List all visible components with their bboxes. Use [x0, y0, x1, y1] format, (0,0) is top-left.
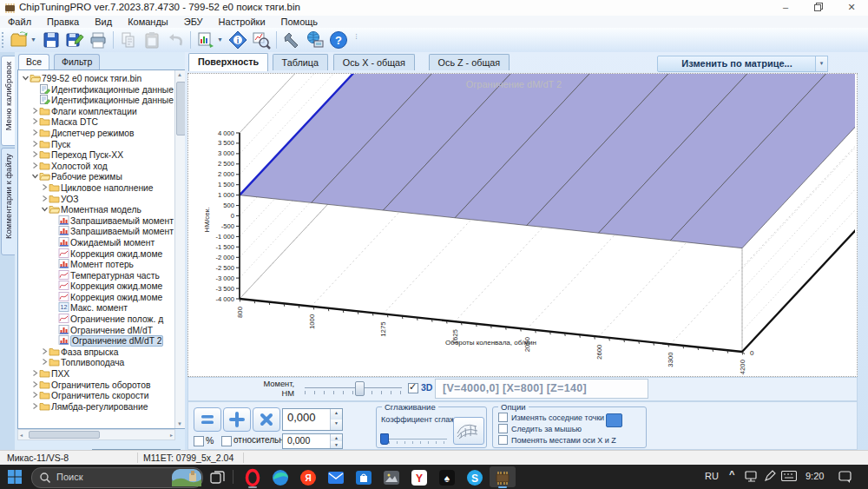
- view-tab-4[interactable]: Ось Z - общая: [429, 54, 510, 70]
- network-icon[interactable]: [745, 471, 764, 489]
- option-edit-neighbors[interactable]: Изменять соседние точки: [498, 413, 604, 422]
- add-value-button[interactable]: [223, 407, 251, 432]
- scroll-down-arrow[interactable]: ▼: [177, 421, 182, 426]
- tree-item[interactable]: Идентификационные данные: [22, 84, 186, 96]
- minimize-button[interactable]: –: [769, 0, 802, 16]
- tree-item[interactable]: Ограничение полож. д: [22, 314, 186, 325]
- tree-item[interactable]: Коррекция ожид.моме: [22, 248, 186, 260]
- restore-button[interactable]: [802, 0, 835, 16]
- checkbox-relative[interactable]: [221, 436, 232, 446]
- toolbar-info-button[interactable]: i: [227, 30, 249, 50]
- tree-item[interactable]: Моментная модель: [22, 204, 186, 215]
- tree-item[interactable]: Коррекция ожид.моме: [22, 292, 186, 303]
- toolbar-zoom-chart-button[interactable]: [251, 30, 273, 50]
- toolbar-overflow-icon[interactable]: ⋮: [353, 33, 359, 40]
- slider-thumb[interactable]: [355, 381, 365, 396]
- tree-item[interactable]: Запрашиваемый момент: [22, 215, 186, 227]
- tree-expander-icon[interactable]: [41, 182, 49, 194]
- search-highlight-thumbnail[interactable]: [172, 469, 201, 486]
- taskbar-game-icon[interactable]: ♠: [437, 468, 457, 487]
- side-tab-calibration-menu[interactable]: Меню калибровок: [1, 56, 16, 146]
- option-swap-axes[interactable]: Поменять местами оси X и Z: [498, 435, 616, 445]
- menu-item-5[interactable]: ЭБУ: [176, 16, 211, 28]
- toolbar-network-button[interactable]: [305, 30, 326, 50]
- view-tab-3[interactable]: Ось X - общая: [333, 54, 415, 70]
- close-button[interactable]: ✕: [835, 0, 868, 16]
- toolbar-chart-select-button[interactable]: [195, 30, 217, 50]
- menu-item-7[interactable]: Помощь: [273, 16, 326, 28]
- tree-item[interactable]: Топливоподача: [22, 357, 186, 368]
- tree-expander-icon[interactable]: [31, 128, 39, 139]
- toolbar-copy-button[interactable]: [118, 30, 140, 50]
- checkbox[interactable]: [498, 413, 508, 422]
- relative-value-spinner[interactable]: 0,000 ▲▼: [282, 433, 343, 449]
- tree-item[interactable]: Коррекция ожид.моме: [22, 281, 186, 292]
- tree-expander-icon[interactable]: [41, 357, 49, 368]
- taskbar-chiptuning-icon[interactable]: [493, 468, 512, 487]
- view-tab-2[interactable]: Таблица: [273, 54, 328, 70]
- tree-item[interactable]: Флаги комплектации: [22, 106, 186, 117]
- tree-expander-icon[interactable]: [31, 116, 39, 128]
- taskbar-store-icon[interactable]: [354, 468, 373, 487]
- multiply-value-button[interactable]: [253, 407, 280, 432]
- taskbar-photos-icon[interactable]: [382, 468, 401, 487]
- smooth-surface-button[interactable]: [453, 417, 484, 445]
- keyboard-icon[interactable]: [781, 471, 800, 489]
- toolbar-help-button[interactable]: ?: [328, 30, 350, 50]
- tree-item-selected[interactable]: Ограничение dM/dT 2: [22, 335, 186, 347]
- tree-item[interactable]: Холостой ход: [22, 161, 186, 172]
- tree-item[interactable]: Лямбда-регулирование: [22, 401, 186, 413]
- menu-item-1[interactable]: Файл: [0, 16, 39, 28]
- scrollbar-thumb[interactable]: [29, 431, 100, 439]
- tree-item[interactable]: Запрашиваемый момент: [22, 226, 186, 237]
- tree-item[interactable]: УОЗ: [22, 194, 186, 205]
- tree-item[interactable]: Ограничитель скорости: [22, 390, 186, 401]
- taskbar-yandex-icon[interactable]: Y: [410, 468, 429, 487]
- toolbar-open-dropdown-icon[interactable]: ▼: [30, 36, 36, 43]
- tree-expander-icon[interactable]: [31, 149, 39, 161]
- toolbar-paste-button[interactable]: [141, 30, 163, 50]
- tree-horizontal-scrollbar[interactable]: ◂ ▸: [17, 429, 175, 440]
- tree-expander-icon[interactable]: [31, 106, 39, 117]
- tree-item[interactable]: ПХХ: [22, 368, 186, 380]
- edit-by-matrix-button[interactable]: Изменить по матрице...: [657, 56, 817, 72]
- toolbar-save-as-button[interactable]: [64, 30, 86, 50]
- checkbox[interactable]: [498, 424, 508, 433]
- scroll-left-arrow[interactable]: ◂: [20, 432, 23, 438]
- toolbar-open-button[interactable]: [9, 30, 30, 50]
- tree-item[interactable]: Маска DTC: [22, 116, 186, 128]
- toolbar-save-button[interactable]: [41, 30, 62, 50]
- menu-item-4[interactable]: Команды: [120, 16, 176, 28]
- tree-item[interactable]: Ожидаемый момент: [22, 237, 186, 248]
- tree-item[interactable]: Цикловое наполнение: [22, 182, 186, 194]
- tree-expander-icon[interactable]: [41, 347, 49, 358]
- tree-item[interactable]: 799-52 e0 поиск тяги.bin: [22, 73, 186, 84]
- taskbar-yandex-browser-icon[interactable]: Я: [299, 468, 318, 487]
- surface-3d-chart[interactable]: 4 0003 5003 0002 5002 0001 5001 0005000-…: [188, 74, 855, 374]
- toolbar-print-button[interactable]: [88, 30, 109, 50]
- tree-expander-icon[interactable]: [41, 204, 49, 215]
- tree-item[interactable]: Температурная часть: [22, 270, 186, 281]
- language-indicator[interactable]: RU: [705, 471, 719, 481]
- sidebar-tab-filter[interactable]: Фильтр: [54, 54, 100, 69]
- tree-expander-icon[interactable]: [31, 380, 39, 391]
- side-tab-file-comments[interactable]: Комментарии к файлу: [1, 148, 16, 255]
- matrix-dropdown-arrow[interactable]: ▼: [815, 56, 828, 72]
- smoothing-slider-thumb[interactable]: [380, 433, 389, 445]
- tree-item[interactable]: Диспетчер режимов: [22, 128, 186, 139]
- view-tab-1[interactable]: Поверхность: [188, 53, 268, 71]
- scroll-up-arrow[interactable]: ▲: [177, 72, 182, 77]
- option-follow-mouse[interactable]: Следить за мышью: [498, 424, 582, 433]
- tray-chevron-icon[interactable]: ^: [729, 469, 734, 479]
- tree-item[interactable]: Ограничение dM/dT: [22, 325, 186, 336]
- checkbox-3d[interactable]: [408, 383, 418, 393]
- tree-expander-icon[interactable]: [31, 171, 39, 182]
- z-row-slider[interactable]: [301, 380, 405, 398]
- set-value-button[interactable]: [194, 407, 221, 432]
- checkbox[interactable]: [498, 435, 508, 445]
- menu-item-6[interactable]: Настройки: [211, 16, 273, 28]
- checkbox-percent[interactable]: [194, 436, 204, 446]
- value-spinner[interactable]: 0,000 ▲▼: [282, 408, 343, 431]
- taskbar-edge-icon[interactable]: [271, 468, 290, 487]
- tree-item[interactable]: 12Макс. момент: [22, 302, 186, 314]
